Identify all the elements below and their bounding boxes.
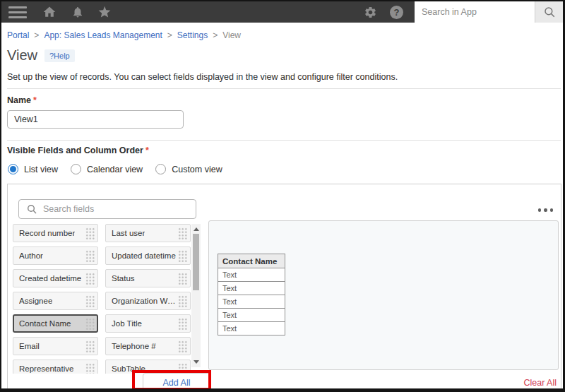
preview-table-cell: Text [218,268,285,282]
scroll-up-arrow-icon[interactable] [194,227,199,231]
field-item[interactable]: Updated datetime [105,247,191,265]
divider [7,88,561,89]
radio-option-label: List view [24,165,58,174]
field-search-input[interactable] [43,204,196,214]
field-item-label: Telephone # [112,342,156,350]
preview-table-body: TextTextTextTextText [218,268,285,335]
radio-option-custom-view[interactable]: Custom view [155,164,222,174]
field-item[interactable]: Record number [13,224,98,242]
drag-handle-icon[interactable] [178,227,187,239]
notifications-bell-icon[interactable] [71,6,84,18]
breadcrumb-link[interactable]: Settings [177,30,208,40]
preview-table-header-row: Contact Name [218,254,285,268]
page-title: View [7,47,37,64]
drag-handle-icon[interactable] [178,363,187,374]
field-item[interactable]: Status [105,269,191,287]
visible-fields-label: Visible Fields and Column Order* [7,145,149,155]
drag-handle-icon[interactable] [178,250,187,262]
field-item-label: Author [19,251,43,260]
field-list: Record numberLast userAuthorUpdated date… [13,224,191,374]
title-row: View ?Help [7,47,75,64]
field-item[interactable]: Author [13,247,98,265]
home-icon[interactable] [42,5,56,19]
radio-option-calendar-view[interactable]: Calendar view [71,164,143,174]
drag-handle-icon[interactable] [178,273,187,285]
field-item-label: Contact Name [19,319,71,328]
drag-handle-icon[interactable] [178,340,187,352]
preview-table-cell: Text [218,295,285,309]
field-item[interactable]: Created datetime [13,269,98,287]
field-item[interactable]: Representative [13,360,98,374]
magnifier-icon [26,203,37,215]
field-item[interactable]: Telephone # [105,337,191,355]
radio-unselected-icon[interactable] [155,164,166,174]
app-search-input[interactable] [415,1,535,23]
drag-handle-icon[interactable] [85,318,95,330]
settings-gear-icon[interactable] [364,6,377,19]
hamburger-menu-icon[interactable] [8,6,27,18]
radio-unselected-icon[interactable] [71,164,81,174]
help-icon[interactable]: ? [390,6,403,19]
preview-table-cell: Text [218,309,285,322]
drag-handle-icon[interactable] [178,318,187,330]
add-all-button[interactable]: Add All [143,373,210,391]
magnifier-icon [543,6,556,18]
field-item[interactable]: SubTable [105,360,191,374]
field-item-label: Record number [19,229,75,237]
top-navigation-bar: ? [1,1,563,23]
add-all-link[interactable]: Add All [163,378,191,388]
drag-handle-icon[interactable] [85,363,95,374]
preview-table-row: Text [218,282,285,295]
required-mark: * [145,145,149,155]
scroll-down-arrow-icon[interactable] [194,360,199,364]
app-search-button[interactable] [535,1,563,23]
favorites-star-icon[interactable] [97,5,112,19]
field-item-label: Status [112,274,135,283]
drag-handle-icon[interactable] [85,340,95,352]
breadcrumb-link[interactable]: App: Sales Leads Management [44,30,162,40]
app-search [415,1,563,23]
field-item[interactable]: Organization Website [105,292,191,310]
field-item[interactable]: Last user [105,224,191,242]
preview-table-row: Text [218,309,285,322]
clear-all-link[interactable]: Clear All [523,378,557,388]
field-item-label: Representative [19,364,73,373]
drag-handle-icon[interactable] [178,295,187,307]
page-description: Set up the view of records. You can sele… [7,72,398,82]
preview-table-row: Text [218,268,285,282]
app-window: ? Portal>App: Sales Leads Management>Set… [0,0,565,392]
field-item[interactable]: Job Title [105,314,191,333]
preview-table: Contact Name TextTextTextTextText [218,254,285,335]
field-item-selected[interactable]: Contact Name [13,314,98,333]
field-picker-panel: Record numberLast userAuthorUpdated date… [7,184,561,388]
drag-handle-icon[interactable] [85,227,95,239]
scrollbar-thumb[interactable] [193,234,199,290]
breadcrumb-link[interactable]: Portal [7,30,29,40]
field-item[interactable]: Email [13,337,98,355]
radio-option-list-view[interactable]: List view [8,164,58,174]
more-options-button[interactable] [536,206,556,214]
field-item-label: SubTable [112,364,145,373]
field-item-label: Assignee [19,297,52,305]
radio-selected-icon[interactable] [8,164,18,174]
breadcrumb-current: View [222,30,241,40]
name-field-label: Name* [7,95,37,105]
preview-table-row: Text [218,322,285,335]
required-mark: * [33,95,37,105]
breadcrumb-separator: > [34,30,39,40]
field-item-label: Email [19,342,40,350]
radio-option-label: Custom view [172,165,222,174]
field-list-scrollbar[interactable] [191,224,201,367]
view-name-input[interactable] [7,110,184,129]
radio-option-label: Calendar view [87,165,143,174]
preview-table-row: Text [218,295,285,309]
help-link[interactable]: ?Help [44,49,75,62]
drag-handle-icon[interactable] [85,250,95,262]
preview-table-cell: Text [218,322,285,335]
field-search [18,199,196,219]
drag-handle-icon[interactable] [85,295,95,307]
breadcrumb-separator: > [213,30,218,40]
breadcrumb-separator: > [167,30,172,40]
field-item[interactable]: Assignee [13,292,98,310]
drag-handle-icon[interactable] [85,273,95,285]
